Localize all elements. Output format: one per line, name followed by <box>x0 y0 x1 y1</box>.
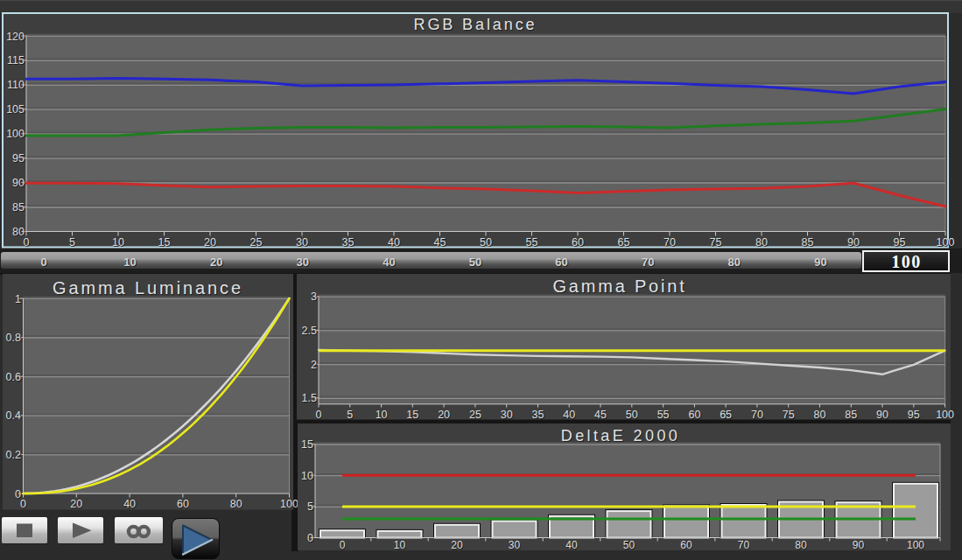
svg-text:0: 0 <box>340 539 346 551</box>
svg-text:35: 35 <box>532 409 544 421</box>
svg-text:80: 80 <box>755 236 768 248</box>
svg-text:70: 70 <box>738 539 750 551</box>
svg-text:100: 100 <box>936 409 954 421</box>
svg-text:20: 20 <box>204 236 216 248</box>
svg-text:0.6: 0.6 <box>6 371 21 383</box>
svg-text:0: 0 <box>24 236 30 248</box>
svg-text:115: 115 <box>7 54 25 66</box>
svg-text:0: 0 <box>307 532 313 544</box>
svg-text:40: 40 <box>563 409 575 421</box>
svg-text:75: 75 <box>710 236 722 248</box>
svg-text:Gamma Point: Gamma Point <box>552 276 686 296</box>
svg-text:35: 35 <box>342 236 355 248</box>
svg-text:20: 20 <box>438 409 450 421</box>
svg-text:95: 95 <box>894 236 906 248</box>
svg-text:50: 50 <box>480 236 492 248</box>
svg-text:25: 25 <box>469 409 481 421</box>
svg-text:75: 75 <box>783 409 795 421</box>
svg-text:45: 45 <box>594 409 607 421</box>
svg-text:90: 90 <box>853 539 865 551</box>
svg-text:30: 30 <box>509 539 521 551</box>
svg-text:2: 2 <box>311 359 317 371</box>
svg-text:20: 20 <box>451 539 463 551</box>
svg-text:0: 0 <box>316 409 322 421</box>
svg-text:45: 45 <box>434 236 446 248</box>
svg-text:90: 90 <box>12 177 25 189</box>
svg-text:10: 10 <box>301 470 313 482</box>
svg-text:95: 95 <box>908 409 920 421</box>
svg-text:85: 85 <box>12 201 25 214</box>
svg-text:0.4: 0.4 <box>6 410 21 422</box>
svg-text:65: 65 <box>720 409 732 421</box>
svg-text:60: 60 <box>688 409 700 421</box>
svg-text:20: 20 <box>70 498 82 510</box>
svg-text:55: 55 <box>526 236 538 248</box>
svg-text:55: 55 <box>657 409 670 421</box>
svg-text:1: 1 <box>15 293 21 305</box>
svg-text:30: 30 <box>296 236 308 248</box>
svg-text:100: 100 <box>937 236 955 248</box>
svg-text:10: 10 <box>394 539 406 551</box>
svg-text:65: 65 <box>618 236 630 248</box>
svg-text:60: 60 <box>572 236 584 248</box>
svg-text:10: 10 <box>376 409 388 421</box>
svg-text:RGB Balance: RGB Balance <box>414 16 537 33</box>
svg-text:120: 120 <box>6 31 25 43</box>
svg-text:85: 85 <box>802 236 814 248</box>
svg-text:0.2: 0.2 <box>6 449 21 461</box>
svg-text:80: 80 <box>230 498 242 510</box>
svg-text:105: 105 <box>6 103 25 116</box>
svg-text:DeltaE 2000: DeltaE 2000 <box>561 427 680 444</box>
svg-text:5: 5 <box>307 500 313 513</box>
svg-text:5: 5 <box>69 236 75 248</box>
svg-text:100: 100 <box>907 539 924 551</box>
svg-text:15: 15 <box>301 438 313 451</box>
svg-text:50: 50 <box>623 539 635 551</box>
svg-text:60: 60 <box>177 498 189 510</box>
svg-text:15: 15 <box>158 236 171 248</box>
svg-text:30: 30 <box>501 409 513 421</box>
svg-text:100: 100 <box>6 128 25 140</box>
svg-text:70: 70 <box>664 236 676 248</box>
svg-text:Gamma Luminance: Gamma Luminance <box>53 278 243 298</box>
svg-text:110: 110 <box>7 79 25 91</box>
svg-text:50: 50 <box>626 409 638 421</box>
svg-text:1.5: 1.5 <box>302 392 317 404</box>
svg-text:80: 80 <box>795 539 807 551</box>
svg-text:70: 70 <box>751 409 763 421</box>
svg-text:0: 0 <box>20 498 26 510</box>
svg-text:90: 90 <box>876 409 888 421</box>
svg-text:25: 25 <box>250 236 263 248</box>
svg-text:0.8: 0.8 <box>6 332 21 344</box>
svg-text:40: 40 <box>565 539 578 551</box>
svg-text:40: 40 <box>388 236 400 248</box>
svg-text:2.5: 2.5 <box>302 325 317 337</box>
svg-text:90: 90 <box>847 236 860 248</box>
svg-text:40: 40 <box>123 498 136 510</box>
svg-text:3: 3 <box>311 290 317 303</box>
svg-text:95: 95 <box>12 152 25 164</box>
svg-text:10: 10 <box>112 236 124 248</box>
svg-text:15: 15 <box>406 409 418 421</box>
svg-text:85: 85 <box>845 409 857 421</box>
svg-text:5: 5 <box>347 409 353 421</box>
svg-text:80: 80 <box>814 409 826 421</box>
svg-text:60: 60 <box>680 539 692 551</box>
